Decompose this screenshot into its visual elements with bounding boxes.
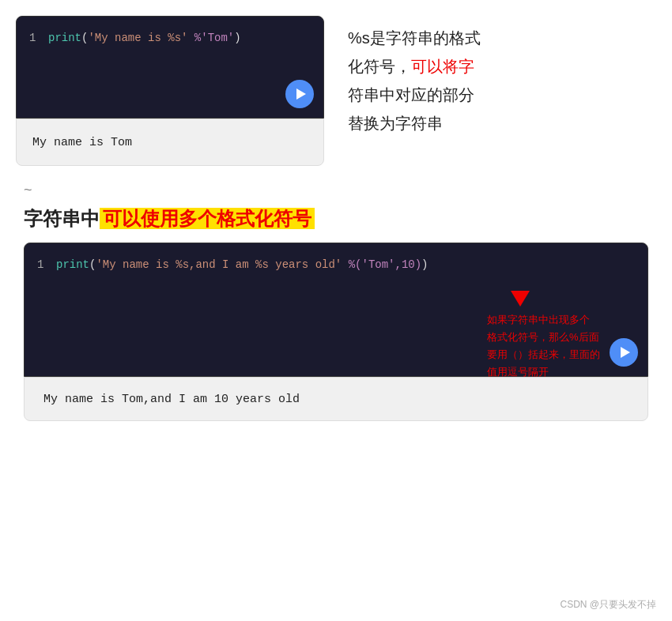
line-number-2: 1 — [37, 256, 50, 273]
explanation-line4: 替换为字符串 — [348, 115, 443, 132]
space-2 — [342, 258, 348, 271]
string-1: 'My name is %s' — [88, 32, 187, 44]
middle-section: 字符串中可以使用多个格式化符号 — [16, 206, 656, 231]
percent-2: % — [349, 258, 355, 271]
keyword-print-2: print — [56, 258, 89, 271]
annotation-text: 如果字符串中出现多个格式化符号，那么%后面要用（）括起来，里面的值用逗号隔开 — [487, 311, 600, 381]
space-1 — [187, 32, 194, 44]
middle-normal-text: 字符串中 — [24, 208, 100, 229]
paren-close-2: ) — [421, 258, 428, 271]
play-button-1[interactable] — [285, 80, 314, 108]
output-box-1: My name is Tom — [16, 119, 324, 166]
top-section: 1 print('My name is %s' %'Tom') My name … — [16, 16, 656, 166]
line-number-1: 1 — [29, 29, 42, 47]
play-button-2[interactable] — [610, 338, 638, 367]
code-content-2: print('My name is %s,and I am %s years o… — [56, 256, 428, 273]
explanation-red: 可以将字 — [411, 58, 474, 75]
tom-1: 'Tom' — [201, 32, 234, 44]
output-text-1: My name is Tom — [32, 136, 132, 149]
output-text-2: My name is Tom,and I am 10 years old — [43, 393, 300, 406]
arrow-down-icon — [511, 291, 530, 307]
tilde-decoration: ~ — [16, 182, 656, 198]
code-editor-2: 1 print('My name is %s,and I am %s years… — [24, 243, 648, 377]
paren-close-1: ) — [234, 32, 240, 44]
explanation-box: %s是字符串的格式 化符号，可以将字 符串中对应的部分 替换为字符串 — [348, 16, 656, 137]
output-box-2: My name is Tom,and I am 10 years old — [24, 377, 648, 421]
middle-highlight-text: 可以使用多个格式化符号 — [100, 208, 315, 229]
code-output-block-1: 1 print('My name is %s' %'Tom') My name … — [16, 16, 324, 166]
tuple-2: ('Tom',10) — [355, 258, 421, 271]
bottom-code-block: 1 print('My name is %s,and I am %s years… — [24, 243, 648, 421]
code-content-1: print('My name is %s' %'Tom') — [48, 29, 241, 47]
explanation-line2: 化符号，可以将字 — [348, 58, 474, 75]
explanation-line3: 符串中对应的部分 — [348, 86, 474, 104]
percent-1: % — [194, 32, 201, 44]
keyword-print-1: print — [48, 32, 81, 44]
code-editor-1: 1 print('My name is %s' %'Tom') — [16, 16, 324, 119]
code-line-2: 1 print('My name is %s,and I am %s years… — [37, 256, 635, 273]
code-line-1: 1 print('My name is %s' %'Tom') — [29, 29, 311, 47]
watermark: CSDN @只要头发不掉 — [560, 598, 656, 612]
string-2: 'My name is %s,and I am %s years old' — [96, 258, 342, 271]
annotation-area: 如果字符串中出现多个格式化符号，那么%后面要用（）括起来，里面的值用逗号隔开 — [487, 291, 600, 381]
explanation-line1: %s是字符串的格式 — [348, 29, 481, 47]
